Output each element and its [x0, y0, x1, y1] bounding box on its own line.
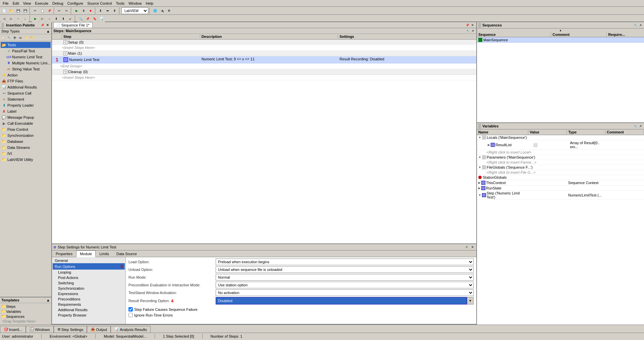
- pt-btn3[interactable]: ➕: [12, 35, 17, 40]
- palette-action[interactable]: ⚡ Action: [1, 72, 51, 78]
- templates-sequences[interactable]: 📁 Sequences: [1, 314, 51, 319]
- palette-ftp[interactable]: 📤 FTP Files: [1, 78, 51, 84]
- tb2-8[interactable]: 🔍: [77, 15, 84, 22]
- main-group-header[interactable]: ▽ Main (1): [62, 51, 476, 56]
- tb2-11[interactable]: 📊: [98, 15, 105, 22]
- setup-expand-btn[interactable]: ▽: [63, 40, 67, 44]
- var-step-row[interactable]: ▼ Step ('Numeric Limit Test') NumericLim…: [477, 191, 644, 200]
- templates-steps[interactable]: 📁 Steps: [1, 304, 51, 309]
- palette-additional-results[interactable]: 📊 Additional Results: [1, 84, 51, 90]
- bottom-tab-output[interactable]: 📤 Output: [87, 326, 111, 333]
- var-params-row[interactable]: ▼ Parameters ('MainSequence'): [477, 155, 644, 160]
- tb-undo[interactable]: ↩: [56, 7, 63, 14]
- bottom-tab-windows[interactable]: 🪟 Windows: [26, 326, 54, 333]
- menu-edit[interactable]: Edit: [11, 1, 21, 6]
- tb2-10[interactable]: 🔖: [91, 15, 98, 22]
- numeric-limit-step-row[interactable]: 1 Numeric Limit Test Numeric Limit Test;…: [52, 56, 476, 63]
- palette-database[interactable]: 📁 Database: [1, 138, 51, 145]
- seq-pin-icon[interactable]: 📌: [465, 23, 470, 27]
- pt-btn4[interactable]: 🗂: [18, 35, 23, 40]
- palette-statement[interactable]: ≡ Statement: [1, 96, 51, 102]
- sequences-float-icon[interactable]: ↗: [638, 23, 643, 27]
- bottom-tab-analysis[interactable]: 📊 Analysis Results: [111, 326, 151, 333]
- seq-file-tab[interactable]: 📄 Sequence File 1*: [53, 22, 93, 28]
- cleanup-expand-btn[interactable]: ▽: [63, 70, 67, 74]
- variables-dock-icon[interactable]: 🔧: [633, 124, 638, 128]
- tb-step-out[interactable]: ⬆: [111, 7, 118, 14]
- main-expand-btn[interactable]: ▽: [63, 51, 67, 55]
- pt-btn2[interactable]: 🔧: [6, 35, 12, 40]
- menu-window[interactable]: Window: [126, 1, 144, 6]
- cleanup-group-header[interactable]: ▽ Cleanup (0): [62, 69, 476, 74]
- tb-redo[interactable]: ↪: [63, 7, 70, 14]
- var-locals-row[interactable]: ▼ Locals ('MainSequence'): [477, 135, 644, 140]
- form-dropdown-load[interactable]: Preload when execution begins: [216, 259, 474, 265]
- variables-float-icon[interactable]: ↗: [638, 124, 643, 128]
- form-dropdown-precond[interactable]: Use station option: [216, 282, 474, 288]
- result-recording-dropdown-btn[interactable]: ▼: [467, 297, 474, 304]
- tb2-6[interactable]: ⬆: [60, 15, 67, 22]
- tb2-9[interactable]: 📌: [84, 15, 91, 22]
- tb-run[interactable]: ▶: [73, 7, 80, 14]
- tb-cut[interactable]: ✂: [32, 7, 39, 14]
- tb-open[interactable]: 📂: [8, 7, 14, 14]
- checkbox-ignore-errors-input[interactable]: [128, 313, 133, 317]
- ss-menu-preconditions[interactable]: Preconditions: [53, 296, 125, 302]
- ss-menu-property-browser[interactable]: Property Browser: [53, 313, 125, 318]
- menu-view[interactable]: View: [21, 1, 33, 6]
- palette-property-loader[interactable]: ⬇ Property Loader: [1, 102, 51, 108]
- ss-menu-post-actions[interactable]: Post Actions: [53, 275, 125, 280]
- tb-paste[interactable]: 📌: [46, 7, 53, 14]
- ss-menu-looping[interactable]: Looping: [53, 270, 125, 275]
- steps-float-icon[interactable]: ↗: [470, 29, 475, 33]
- var-thiscontext-row[interactable]: ▶ ThisContext Sequence Context: [477, 180, 644, 186]
- tb-step-over[interactable]: ➡: [104, 7, 111, 14]
- pt-btn5[interactable]: 📁: [23, 35, 29, 40]
- tb-save-all[interactable]: 💾: [22, 7, 29, 14]
- tb2-run-sel[interactable]: ▷: [39, 15, 46, 22]
- tb2-run-step[interactable]: →: [46, 15, 53, 22]
- palette-data-streams[interactable]: 📁 Data Streams: [1, 145, 51, 151]
- tb-pause[interactable]: ⏸: [80, 7, 87, 14]
- ss-tab-limits[interactable]: Limits: [96, 250, 113, 257]
- tb-settings[interactable]: ⚙: [166, 7, 172, 14]
- ss-menu-requirements[interactable]: Requirements: [53, 302, 125, 307]
- templates-variables[interactable]: 📁 Variables: [1, 309, 51, 314]
- ss-menu-expressions[interactable]: Expressions: [53, 291, 125, 296]
- bottom-tab-insert[interactable]: 🎯 Inserti...: [0, 326, 26, 333]
- palette-close-icon[interactable]: ✕: [45, 23, 50, 27]
- palette-labview-utility[interactable]: 📁 LabVIEW Utility: [1, 157, 51, 163]
- palette-synchronization[interactable]: 📁 Synchronization: [1, 132, 51, 138]
- tb2-7[interactable]: ↙: [67, 15, 74, 22]
- tb-save[interactable]: 💾: [15, 7, 21, 14]
- var-stationglobals-row[interactable]: StationGlobals: [477, 175, 644, 180]
- palette-label[interactable]: A Label: [1, 108, 51, 114]
- form-dropdown-unload[interactable]: Unload when sequence file is unloaded: [216, 266, 474, 273]
- bottom-tab-step-settings[interactable]: ⚙ Step Settings: [54, 326, 87, 333]
- var-resultlist-row[interactable]: ▶ ResultList ⬜ Array of Result[0.. em...: [477, 140, 644, 150]
- palette-numeric-limit[interactable]: 123 Numeric Limit Test: [1, 54, 51, 60]
- setup-group-header[interactable]: ▽ Setup (0): [62, 40, 476, 45]
- ss-menu-synchronization[interactable]: Synchronization: [53, 286, 125, 291]
- checkbox-step-failure-input[interactable]: [128, 307, 133, 311]
- tb-copy[interactable]: 📋: [39, 7, 46, 14]
- tb2-2[interactable]: ▷: [8, 15, 14, 22]
- ss-tab-datasource[interactable]: Data Source: [113, 250, 141, 257]
- menu-execute[interactable]: Execute: [33, 1, 50, 6]
- var-runstate-row[interactable]: ▶ RunState: [477, 186, 644, 191]
- palette-message-popup[interactable]: 💬 Message Popup: [1, 114, 51, 120]
- tb-new[interactable]: 📄: [1, 7, 7, 14]
- tb-globe[interactable]: 🌐: [152, 7, 158, 14]
- menu-file[interactable]: File: [1, 1, 11, 6]
- tb-step-into[interactable]: ⬇: [97, 7, 104, 14]
- palette-sequence-call[interactable]: ↩ Sequence Call: [1, 90, 51, 96]
- tb2-run-seq[interactable]: ▶: [32, 15, 39, 22]
- pt-btn6[interactable]: 📂: [29, 35, 35, 40]
- ss-dock-icon[interactable]: ↗: [464, 245, 469, 249]
- steps-dock-icon[interactable]: 🔧: [466, 29, 470, 33]
- palette-ivi[interactable]: 📁 IVI: [1, 151, 51, 157]
- menu-debug[interactable]: Debug: [50, 1, 65, 6]
- ss-close-icon[interactable]: ✕: [470, 245, 475, 249]
- tb-connect[interactable]: 🔌: [159, 7, 165, 14]
- tb2-1[interactable]: ◁: [1, 15, 7, 22]
